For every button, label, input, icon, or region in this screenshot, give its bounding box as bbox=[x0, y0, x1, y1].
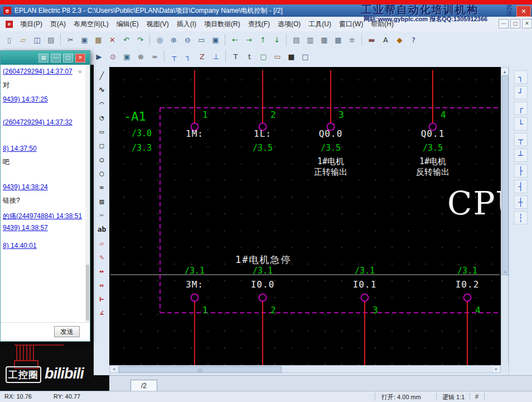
paste-icon[interactable]: ▦ bbox=[92, 34, 105, 46]
zoom-fit-icon[interactable]: ▣ bbox=[209, 34, 222, 46]
t-node-icon[interactable]: ┬ bbox=[168, 50, 181, 63]
corner-up-left-icon[interactable]: ┘ bbox=[514, 86, 528, 99]
ruler-icon[interactable]: ▬ bbox=[365, 34, 378, 46]
menu-item[interactable]: 工具(U) bbox=[304, 17, 335, 31]
schematic-canvas[interactable]: -A1 /3.0 /3.3 1 1M: 2 1L: /3.5 3 Q0.0 /3… bbox=[109, 67, 501, 365]
grid-extra-icon[interactable]: ▩ bbox=[332, 34, 345, 46]
insert-device-icon[interactable]: ▣ bbox=[120, 50, 133, 63]
separator[interactable] bbox=[225, 50, 226, 63]
t-node-left-icon[interactable]: ┤ bbox=[514, 180, 528, 193]
dimension-baseline-icon[interactable]: ⊢ bbox=[96, 293, 108, 305]
brush-tool-icon[interactable]: ✎ bbox=[96, 251, 108, 263]
print-icon[interactable]: ▤ bbox=[45, 34, 57, 46]
angle-tool-icon[interactable]: ∠ bbox=[96, 307, 108, 319]
scroll-right-icon[interactable]: ▸ bbox=[493, 366, 500, 372]
zoom-in-icon[interactable]: ⊕ bbox=[167, 34, 180, 46]
mdi-close-icon[interactable]: ✕ bbox=[522, 19, 532, 28]
grid-small-icon[interactable]: ▤ bbox=[290, 34, 303, 46]
separator[interactable] bbox=[286, 34, 287, 46]
black-box-icon[interactable]: ■ bbox=[285, 50, 298, 63]
interruption-point-icon[interactable]: Z bbox=[196, 50, 209, 63]
corner-down-right-icon[interactable]: ┌ bbox=[514, 102, 528, 115]
chat-maximize-icon[interactable]: ▢ bbox=[63, 54, 73, 63]
macro-box-icon[interactable]: ▢ bbox=[257, 50, 270, 63]
corner-icon[interactable]: ┐ bbox=[182, 50, 195, 63]
circle-tool-icon[interactable]: ○ bbox=[96, 153, 108, 165]
hatch-tool-icon[interactable]: ▨ bbox=[96, 195, 108, 207]
grid-medium-icon[interactable]: ▥ bbox=[304, 34, 317, 46]
delete-icon[interactable]: ✕ bbox=[106, 34, 119, 46]
chat-settings-icon[interactable]: ▤ bbox=[38, 54, 49, 63]
plc-box-icon[interactable]: ▭ bbox=[271, 50, 284, 63]
menu-item[interactable]: 项目(P) bbox=[16, 17, 46, 31]
eraser-tool-icon[interactable]: ▱ bbox=[96, 237, 108, 249]
corner-down-left-icon[interactable]: ┐ bbox=[514, 70, 528, 84]
cut-icon[interactable]: ✂ bbox=[64, 34, 77, 46]
menu-item[interactable]: 页(A) bbox=[46, 17, 70, 31]
text-size-icon[interactable]: A bbox=[379, 34, 392, 46]
next-page-icon[interactable]: → bbox=[243, 34, 255, 46]
redo-icon[interactable]: ↷ bbox=[134, 34, 147, 46]
corner-up-right-icon[interactable]: └ bbox=[514, 117, 528, 131]
select-tool-icon[interactable]: ▶ bbox=[93, 50, 105, 63]
insert-terminal-icon[interactable]: ⊗ bbox=[134, 50, 147, 63]
menu-item[interactable]: 查找(F) bbox=[244, 17, 274, 31]
horizontal-scrollbar[interactable]: ◂ ||| ▸ bbox=[109, 365, 501, 373]
insert-cable-icon[interactable]: ≈ bbox=[148, 50, 161, 63]
mdi-minimize-icon[interactable]: — bbox=[499, 19, 509, 28]
arc-tool-icon[interactable]: ◠ bbox=[96, 97, 108, 109]
previous-page-icon[interactable]: ← bbox=[229, 34, 241, 46]
undo-icon[interactable]: ↶ bbox=[120, 34, 133, 46]
page-down-icon[interactable]: ↓ bbox=[270, 34, 283, 46]
help-icon[interactable]: ? bbox=[407, 34, 420, 46]
scroll-up-icon[interactable]: ▲ bbox=[501, 68, 508, 75]
path-function-text-icon[interactable]: t bbox=[243, 50, 256, 63]
chat-titlebar[interactable]: ▤ — ▢ ✕ bbox=[1, 51, 90, 65]
cross-connection-icon[interactable]: ┼ bbox=[514, 195, 528, 209]
structure-box-icon[interactable]: □ bbox=[299, 50, 312, 63]
t-node-right-icon[interactable]: ├ bbox=[514, 164, 528, 178]
grid-large-icon[interactable]: ▦ bbox=[318, 34, 331, 46]
find-icon[interactable]: ◎ bbox=[153, 34, 166, 46]
separator[interactable] bbox=[60, 34, 61, 46]
polyline-tool-icon[interactable]: ∿ bbox=[96, 83, 108, 95]
line-tool-icon[interactable]: ╱ bbox=[96, 69, 108, 82]
dimension-chain-icon[interactable]: ⇔ bbox=[96, 279, 108, 291]
chat-scroll-thumb[interactable] bbox=[86, 265, 89, 320]
vertical-scroll-thumb[interactable]: ≡ bbox=[502, 75, 509, 275]
mdi-restore-icon[interactable]: ▢ bbox=[510, 19, 520, 28]
menu-item[interactable]: 项目数据(R) bbox=[200, 17, 244, 31]
separator[interactable] bbox=[164, 50, 165, 63]
snap-grid-icon[interactable]: ≡ bbox=[346, 34, 359, 46]
rectangle-tool-icon[interactable]: ▭ bbox=[96, 125, 108, 137]
open-project-icon[interactable]: ▱ bbox=[17, 34, 30, 46]
t-node-down-icon[interactable]: ┬ bbox=[514, 133, 528, 146]
zoom-window-icon[interactable]: ▭ bbox=[195, 34, 208, 46]
sector-tool-icon[interactable]: ◔ bbox=[96, 111, 108, 123]
potential-icon[interactable]: ⊥ bbox=[210, 50, 223, 63]
break-point-icon[interactable]: ┆ bbox=[514, 211, 528, 224]
spline-tool-icon[interactable]: ≈ bbox=[96, 181, 108, 193]
copy-icon[interactable]: ▣ bbox=[78, 34, 91, 46]
horizontal-scroll-thumb[interactable]: ||| bbox=[119, 366, 282, 373]
menu-item[interactable]: 布局空间(L) bbox=[70, 17, 113, 31]
rounded-rect-tool-icon[interactable]: ▢ bbox=[96, 139, 108, 151]
ellipse-tool-icon[interactable]: ◯ bbox=[96, 167, 108, 179]
lock-icon[interactable]: ◆ bbox=[393, 34, 406, 46]
insert-text-icon[interactable]: T bbox=[229, 50, 242, 63]
separator[interactable] bbox=[149, 34, 151, 46]
chat-minimize-icon[interactable]: — bbox=[51, 54, 61, 63]
trim-tool-icon[interactable]: ✂ bbox=[96, 209, 108, 221]
page-up-icon[interactable]: ↑ bbox=[257, 34, 269, 46]
menu-item[interactable]: 编辑(E) bbox=[113, 17, 143, 31]
t-node-up-icon[interactable]: ┴ bbox=[514, 149, 528, 162]
scroll-left-icon[interactable]: ◂ bbox=[110, 366, 117, 372]
menu-item[interactable]: 视图(V) bbox=[143, 17, 173, 31]
vertical-scrollbar[interactable]: ▲ ≡ ▼ bbox=[501, 67, 509, 373]
separator[interactable] bbox=[225, 34, 226, 46]
dimension-linear-icon[interactable]: ↔ bbox=[96, 265, 108, 277]
text-tool-icon[interactable]: ab bbox=[96, 223, 108, 235]
zoom-out-icon[interactable]: ⊖ bbox=[181, 34, 194, 46]
collapse-chat-icon[interactable]: « bbox=[78, 67, 82, 75]
save-icon[interactable]: ◫ bbox=[31, 34, 43, 46]
